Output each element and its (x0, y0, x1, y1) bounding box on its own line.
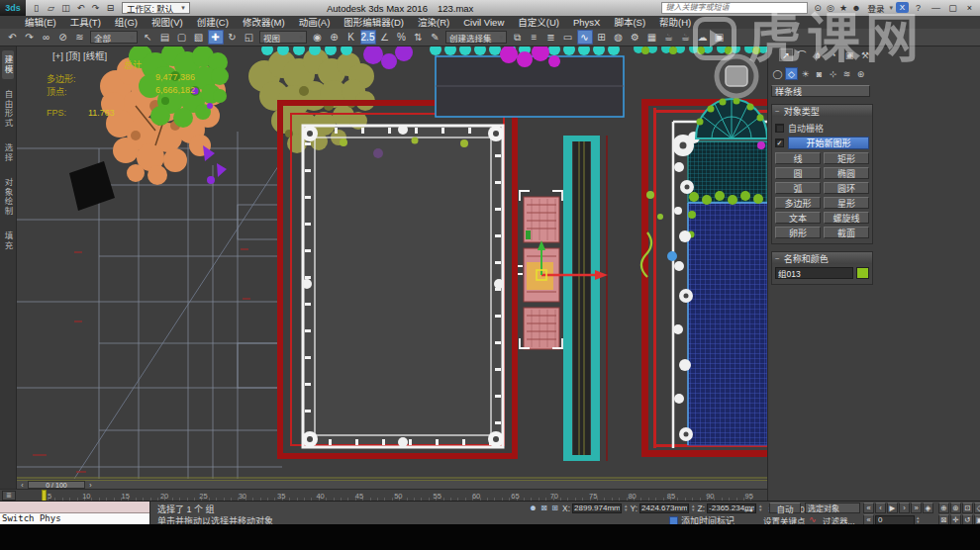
undo-quick-icon[interactable]: ↶ (73, 2, 88, 15)
select-by-name-icon[interactable]: ▤ (157, 30, 173, 45)
shapes-category-icon[interactable]: ◇ (785, 67, 798, 80)
curve-editor-icon[interactable]: ∿ (577, 30, 593, 45)
menu-item[interactable]: 组(G) (108, 16, 145, 29)
fov-icon[interactable]: ◇ (974, 503, 980, 513)
menu-item[interactable]: 渲染(R) (411, 16, 456, 29)
render-production-icon[interactable]: ☕ (661, 30, 677, 45)
layer-manager-icon[interactable]: ≣ (543, 30, 559, 45)
go-to-start-icon[interactable]: « (863, 503, 874, 513)
use-pivot-center-icon[interactable]: ◉ (310, 30, 326, 45)
menu-item[interactable]: 帮助(H) (652, 16, 698, 29)
sign-in-link[interactable]: 登录 (867, 2, 884, 14)
reference-coordinate-dropdown[interactable]: 视图▾ (259, 31, 307, 44)
help-icon[interactable]: ? (912, 1, 925, 14)
menu-item[interactable]: 工具(T) (63, 16, 108, 29)
previous-frame-icon[interactable]: ‹ (875, 503, 886, 513)
go-to-end-icon[interactable]: » (911, 503, 922, 513)
ribbon-tab[interactable]: 填充 (2, 227, 14, 255)
hierarchy-tab[interactable]: ⋔ (811, 48, 825, 61)
menu-item[interactable]: PhysX (566, 16, 607, 29)
spline-tool-button[interactable]: 截面 (824, 227, 869, 238)
spline-tool-button[interactable]: 弧 (775, 182, 821, 194)
redo-quick-icon[interactable]: ↷ (88, 2, 103, 15)
create-tab[interactable]: ↗ (779, 48, 793, 61)
selection-lock-icon[interactable]: ⊠ (539, 503, 549, 513)
undo-icon[interactable]: ↶ (5, 30, 21, 45)
mirror-icon[interactable]: ⧉ (510, 30, 526, 45)
render-gallery-icon[interactable]: ▣ (712, 30, 728, 45)
modify-tab[interactable]: ⌒ (795, 48, 809, 61)
ribbon-tab[interactable]: 建模 (2, 50, 14, 79)
geometry-category-icon[interactable]: ◯ (771, 67, 784, 80)
absolute-mode-icon[interactable]: ⊞ (549, 503, 560, 513)
selection-region-icon[interactable]: ▢ (174, 30, 190, 45)
align-icon[interactable]: ≡ (527, 30, 542, 45)
save-icon[interactable]: ◫ (58, 2, 73, 15)
ribbon-tab[interactable]: 对象绘制 (2, 173, 14, 221)
select-and-rotate-icon[interactable]: ↻ (225, 30, 241, 45)
set-key-mode-icon[interactable]: ∿ (809, 514, 817, 524)
spinner-icon[interactable]: ▲▼ (758, 504, 762, 512)
redo-icon[interactable]: ↷ (22, 30, 38, 45)
selected-objects-dropdown[interactable]: 选定对象 ▾ (805, 503, 860, 513)
cameras-category-icon[interactable]: ◙ (813, 67, 826, 80)
play-icon[interactable]: ▶ (887, 503, 898, 513)
bind-to-space-warp-icon[interactable]: ≋ (72, 30, 88, 45)
start-new-shape-checkbox[interactable] (775, 138, 784, 147)
material-editor-icon[interactable]: ◍ (611, 30, 627, 45)
spline-tool-button[interactable]: 星形 (824, 197, 869, 209)
named-selection-dropdown[interactable]: 创建选择集▾ (445, 31, 507, 44)
display-tab[interactable]: ▣ (842, 48, 856, 61)
utilities-tab[interactable]: ⚒ (858, 48, 872, 61)
select-and-scale-icon[interactable]: ◱ (242, 30, 257, 45)
menu-item[interactable]: 图形编辑器(D) (337, 16, 411, 29)
workspace-dropdown[interactable]: 工作区: 默认 ▾ (122, 2, 190, 14)
menu-item[interactable]: 创建(C) (190, 16, 236, 29)
menu-item[interactable]: 编辑(E) (18, 16, 63, 29)
search-community-icon[interactable]: ⊙ (811, 1, 824, 14)
object-color-swatch[interactable] (856, 267, 869, 279)
spline-tool-button[interactable]: 螺旋线 (824, 212, 869, 224)
helpers-category-icon[interactable]: ⊹ (827, 67, 839, 80)
auto-key-button[interactable]: 自动 (769, 503, 801, 513)
selection-filter-dropdown[interactable]: 全部▾ (90, 31, 138, 44)
spline-tool-button[interactable]: 文本 (775, 212, 821, 224)
keyboard-override-icon[interactable]: K (343, 30, 359, 45)
a360-render-icon[interactable]: ☁ (695, 30, 711, 45)
ribbon-tab[interactable]: 自由形式 (2, 85, 14, 133)
name-color-header[interactable]: − 名称和颜色 (772, 252, 872, 264)
listener-macro-line[interactable] (0, 502, 149, 513)
exchange-store-icon[interactable]: X (896, 2, 909, 13)
select-and-link-icon[interactable]: ∞ (39, 30, 54, 45)
key-mode-toggle-icon[interactable]: ◈ (923, 503, 933, 513)
select-object-icon[interactable]: ↖ (141, 30, 156, 45)
project-folder-icon[interactable]: ⊟ (103, 2, 118, 15)
zoom-extents-icon[interactable]: ⊡ (962, 503, 973, 513)
window-crossing-icon[interactable]: ▧ (191, 30, 207, 45)
menu-item[interactable]: Civil View (456, 16, 511, 29)
track-bar[interactable]: ≣ 5101520253035404550556065707580859095 (0, 489, 767, 501)
schematic-view-icon[interactable]: ⊞ (594, 30, 610, 45)
spline-tool-button[interactable]: 圆 (775, 167, 821, 179)
person-icon[interactable]: ☻ (528, 503, 539, 513)
select-and-move-icon[interactable]: ✚ (208, 30, 224, 45)
spacewarps-category-icon[interactable]: ≋ (840, 67, 853, 80)
spinner-icon[interactable]: ▲▼ (624, 504, 628, 512)
profile-icon[interactable]: ☻ (849, 1, 862, 14)
new-file-icon[interactable]: ▯ (29, 2, 44, 15)
menu-item[interactable]: 脚本(S) (607, 16, 652, 29)
listener-command-line[interactable]: Switch Phys (0, 513, 149, 524)
menu-item[interactable]: 自定义(U) (511, 16, 566, 29)
spinner-icon[interactable]: ▲▼ (691, 504, 695, 512)
spline-tool-button[interactable]: 多边形 (775, 197, 821, 209)
spinner-icon[interactable]: ▲▼ (916, 516, 920, 524)
object-name-field[interactable] (775, 267, 853, 279)
angle-snap-icon[interactable]: ∠ (377, 30, 393, 45)
edit-named-selections-icon[interactable]: ✎ (428, 30, 443, 45)
next-frame-icon[interactable]: › (899, 503, 910, 513)
x-coordinate-field[interactable] (572, 504, 622, 513)
communication-center-icon[interactable]: ◎ (824, 1, 836, 14)
select-and-manipulate-icon[interactable]: ⊕ (327, 30, 343, 45)
favorites-icon[interactable]: ★ (836, 1, 849, 14)
rendered-frame-icon[interactable]: ▦ (644, 30, 660, 45)
